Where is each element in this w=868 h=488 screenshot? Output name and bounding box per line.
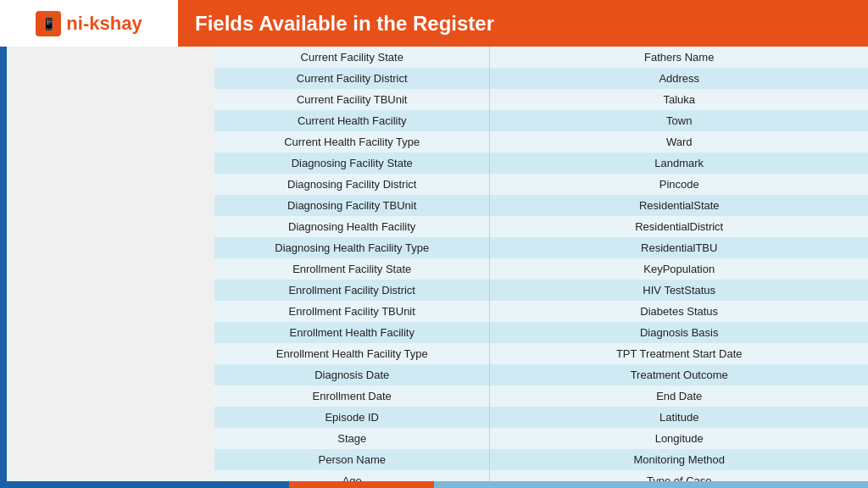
table-row: Episode IDLatitude [214, 407, 868, 428]
table-cell-right: Fathers Name [490, 47, 868, 68]
table-row: AgeType of Case [214, 470, 868, 481]
bottom-segment-orange [289, 481, 434, 488]
table-container: Current Facility StateFathers NameCurren… [214, 47, 868, 481]
table-cell-right: Monitoring Method [490, 449, 868, 470]
table-row: Current Facility StateFathers Name [214, 47, 868, 68]
table-row: Diagnosing Facility StateLandmark [214, 152, 868, 174]
page-title: Fields Available in the Register [195, 12, 494, 36]
table-cell-right: Type of Case [490, 470, 868, 481]
table-row: Diagnosing Health Facility TypeResidenti… [214, 237, 868, 258]
table-cell-right: Diabetes Status [490, 301, 868, 322]
table-cell-right: ResidentialDistrict [490, 216, 868, 237]
table-cell-right: Pincode [490, 174, 868, 195]
table-cell-left: Age [214, 470, 490, 481]
table-cell-right: ResidentialState [490, 195, 868, 216]
phone-icon: 📱 [42, 17, 56, 30]
table-cell-left: Diagnosing Health Facility [214, 216, 490, 237]
table-cell-left: Enrollment Facility District [214, 280, 490, 301]
table-row: Enrollment DateEnd Date [214, 385, 868, 407]
table-row: Person NameMonitoring Method [214, 449, 868, 470]
table-cell-right: Town [490, 110, 868, 131]
table-cell-left: Diagnosing Health Facility Type [214, 237, 490, 258]
table-cell-left: Enrollment Health Facility Type [214, 343, 490, 364]
table-cell-right: Taluka [490, 89, 868, 110]
logo-icon: 📱 [36, 11, 61, 36]
table-row: Diagnosing Facility DistrictPincode [214, 174, 868, 195]
table-cell-left: Enrollment Facility State [214, 258, 490, 280]
bottom-segment-light-blue [434, 481, 868, 488]
table-cell-left: Diagnosing Facility State [214, 152, 490, 174]
table-cell-left: Enrollment Date [214, 385, 490, 407]
table-row: Enrollment Facility DistrictHIV TestStat… [214, 280, 868, 301]
table-cell-left: Diagnosis Date [214, 364, 490, 385]
table-row: Enrollment Facility StateKeyPopulation [214, 258, 868, 280]
table-cell-left: Current Facility State [214, 47, 490, 68]
table-cell-right: Longitude [490, 428, 868, 449]
header: 📱 ni-kshay Fields Available in the Regis… [0, 0, 868, 47]
table-cell-left: Person Name [214, 449, 490, 470]
table-row: Diagnosing Health FacilityResidentialDis… [214, 216, 868, 237]
table-cell-right: End Date [490, 385, 868, 407]
table-row: Current Health FacilityTown [214, 110, 868, 131]
table-cell-right: Landmark [490, 152, 868, 174]
table-row: Enrollment Health Facility TypeTPT Treat… [214, 343, 868, 364]
left-accent-bar [0, 47, 7, 481]
table-row: StageLongitude [214, 428, 868, 449]
table-cell-right: Diagnosis Basis [490, 322, 868, 343]
table-row: Enrollment Facility TBUnitDiabetes Statu… [214, 301, 868, 322]
sidebar-gap [7, 47, 214, 481]
table-row: Current Health Facility TypeWard [214, 131, 868, 152]
table-cell-right: TPT Treatment Start Date [490, 343, 868, 364]
table-cell-left: Diagnosing Facility TBUnit [214, 195, 490, 216]
table-cell-left: Current Facility District [214, 68, 490, 89]
table-cell-right: HIV TestStatus [490, 280, 868, 301]
fields-table: Current Facility StateFathers NameCurren… [214, 47, 868, 481]
table-cell-left: Diagnosing Facility District [214, 174, 490, 195]
table-row: Diagnosis DateTreatment Outcome [214, 364, 868, 385]
main-content: Current Facility StateFathers NameCurren… [0, 47, 868, 481]
table-cell-right: Ward [490, 131, 868, 152]
table-cell-right: Treatment Outcome [490, 364, 868, 385]
table-row: Diagnosing Facility TBUnitResidentialSta… [214, 195, 868, 216]
table-row: Current Facility DistrictAddress [214, 68, 868, 89]
table-row: Current Facility TBUnitTaluka [214, 89, 868, 110]
bottom-bar [0, 481, 868, 488]
bottom-segment-blue [0, 481, 289, 488]
table-cell-left: Stage [214, 428, 490, 449]
table-cell-left: Enrollment Health Facility [214, 322, 490, 343]
table-cell-left: Current Facility TBUnit [214, 89, 490, 110]
logo-wrapper: 📱 ni-kshay [36, 11, 142, 36]
table-cell-right: Address [490, 68, 868, 89]
table-cell-left: Current Health Facility [214, 110, 490, 131]
table-cell-left: Episode ID [214, 407, 490, 428]
logo-area: 📱 ni-kshay [0, 0, 178, 47]
logo-text: ni-kshay [66, 13, 142, 35]
header-title-bar: Fields Available in the Register [178, 0, 868, 47]
table-cell-right: ResidentialTBU [490, 237, 868, 258]
table-row: Enrollment Health FacilityDiagnosis Basi… [214, 322, 868, 343]
table-cell-right: Latitude [490, 407, 868, 428]
table-cell-right: KeyPopulation [490, 258, 868, 280]
table-cell-left: Current Health Facility Type [214, 131, 490, 152]
table-cell-left: Enrollment Facility TBUnit [214, 301, 490, 322]
